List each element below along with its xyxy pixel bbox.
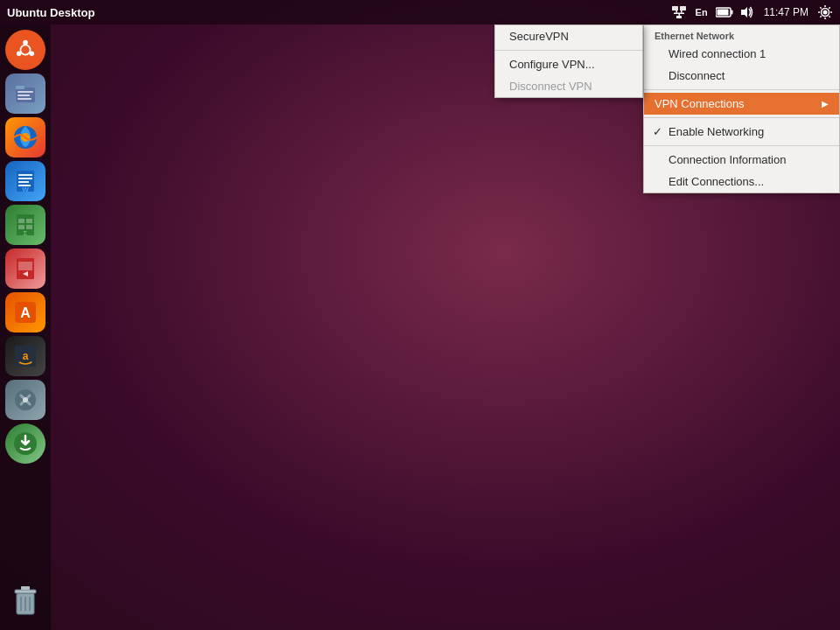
- keyboard-panel-icon[interactable]: En: [692, 3, 711, 22]
- menu-item-disconnect[interactable]: Disconnect: [644, 65, 839, 87]
- sidebar-item-appstore[interactable]: A: [5, 292, 46, 332]
- sidebar-item-tools[interactable]: [5, 380, 46, 420]
- menu-item-edit-connections[interactable]: Edit Connections...: [644, 171, 839, 192]
- desktop: Ubuntu Desktop En: [0, 0, 840, 630]
- network-separator-2: [644, 117, 839, 118]
- svg-marker-10: [741, 7, 747, 18]
- svg-rect-3: [681, 10, 682, 13]
- submenu-item-disconnect-vpn[interactable]: Disconnect VPN: [495, 75, 642, 97]
- svg-line-19: [30, 52, 32, 53]
- svg-rect-52: [15, 590, 36, 593]
- panel-title: Ubuntu Desktop: [0, 6, 94, 19]
- svg-point-11: [823, 10, 828, 15]
- svg-point-49: [23, 397, 28, 402]
- sidebar-item-calc[interactable]: Σ: [5, 205, 46, 245]
- vpn-connections-label: VPN Connections: [654, 97, 745, 110]
- panel-right-icons: En 11:47 PM: [669, 3, 840, 22]
- vpn-separator: [495, 50, 642, 51]
- svg-rect-8: [731, 10, 732, 15]
- svg-rect-29: [18, 174, 32, 176]
- keyboard-label: En: [696, 7, 708, 18]
- svg-rect-24: [18, 94, 30, 96]
- ethernet-header: Ethernet Network: [644, 25, 839, 43]
- menu-item-enable-networking[interactable]: Enable Networking: [644, 121, 839, 143]
- vpn-arrow-icon: ▶: [822, 99, 829, 108]
- network-separator-3: [644, 145, 839, 146]
- network-separator-1: [644, 89, 839, 90]
- sidebar-item-files[interactable]: [5, 74, 46, 114]
- svg-rect-53: [21, 586, 30, 590]
- sidebar-item-trash[interactable]: [5, 581, 46, 621]
- svg-rect-2: [676, 10, 677, 13]
- sidebar-item-update[interactable]: [5, 424, 46, 464]
- menu-item-vpn-connections[interactable]: VPN Connections ▶: [644, 93, 839, 115]
- svg-rect-9: [717, 10, 728, 16]
- svg-text:A: A: [20, 305, 31, 320]
- svg-text:W: W: [22, 186, 29, 193]
- time-display[interactable]: 11:47 PM: [760, 6, 812, 18]
- svg-rect-23: [18, 91, 33, 93]
- svg-rect-0: [672, 6, 678, 10]
- svg-rect-30: [18, 178, 32, 179]
- svg-rect-6: [676, 16, 682, 18]
- submenu-item-securevpn[interactable]: SecureVPN: [495, 25, 642, 47]
- svg-rect-22: [16, 86, 24, 89]
- menu-item-wired-connection[interactable]: Wired connection 1: [644, 43, 839, 65]
- volume-panel-icon[interactable]: [738, 3, 757, 22]
- svg-rect-25: [18, 98, 32, 100]
- svg-line-20: [19, 52, 21, 53]
- svg-text:a: a: [23, 350, 29, 362]
- top-panel: Ubuntu Desktop En: [0, 0, 840, 24]
- menu-item-connection-information[interactable]: Connection Information: [644, 149, 839, 171]
- sidebar: W Σ A: [0, 24, 51, 630]
- svg-rect-35: [18, 219, 24, 223]
- svg-rect-41: [18, 262, 32, 270]
- sidebar-item-impress[interactable]: [5, 248, 46, 289]
- network-dropdown-menu: Ethernet Network Wired connection 1 Disc…: [643, 24, 840, 193]
- svg-rect-1: [680, 6, 686, 10]
- battery-panel-icon[interactable]: [715, 3, 734, 22]
- sidebar-item-amazon[interactable]: a: [5, 336, 46, 376]
- vpn-submenu: SecureVPN Configure VPN... Disconnect VP…: [494, 24, 643, 98]
- sidebar-item-writer[interactable]: W: [5, 161, 46, 201]
- svg-rect-31: [18, 181, 29, 183]
- sidebar-item-firefox[interactable]: [5, 117, 46, 158]
- settings-panel-icon[interactable]: [816, 3, 835, 22]
- submenu-item-configure-vpn[interactable]: Configure VPN...: [495, 53, 642, 75]
- network-panel-icon[interactable]: [669, 3, 689, 22]
- svg-rect-36: [26, 219, 32, 223]
- sidebar-item-ubuntu[interactable]: [5, 30, 46, 70]
- svg-text:Σ: Σ: [24, 229, 28, 237]
